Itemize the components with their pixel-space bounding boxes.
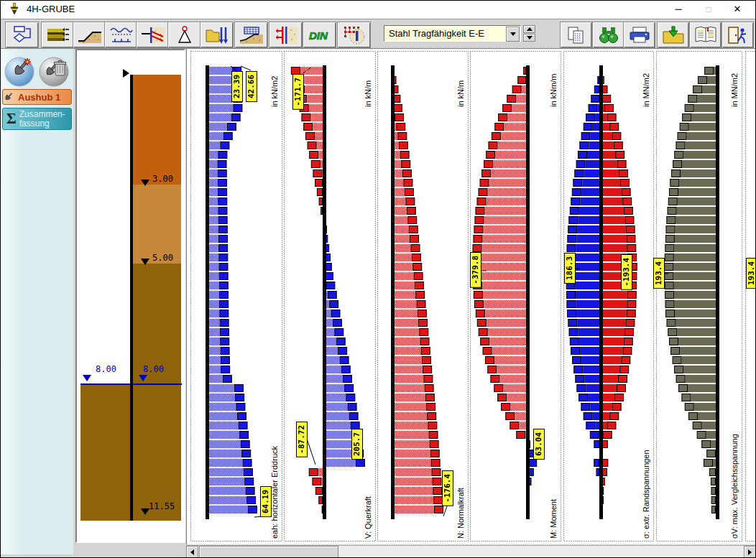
titlebar: 4H-GRUBE ─ □ ✕ — [1, 1, 755, 19]
anchored-wall-button[interactable] — [136, 22, 170, 48]
soil-layer-3 — [133, 264, 181, 521]
plumb-icon — [172, 25, 197, 45]
surcharge-load-button[interactable] — [234, 22, 268, 48]
binoculars-icon — [596, 25, 621, 45]
layer1-depth-marker-icon — [141, 180, 149, 186]
printer-icon — [627, 25, 652, 45]
exit-button[interactable] — [722, 22, 754, 48]
spinner-up-button[interactable] — [523, 25, 535, 33]
layer2-depth-marker-icon — [141, 259, 149, 265]
delete-excavation-button[interactable] — [38, 55, 70, 88]
layer2-depth-label: 5.00 — [152, 253, 173, 263]
dropdown-value: Stahl Tragfähigkeit E-E — [389, 28, 484, 39]
piles-folder-button[interactable] — [200, 22, 234, 48]
wall-bottom-label: 11.55 — [149, 501, 175, 511]
maximize-button[interactable]: □ — [698, 1, 719, 18]
sigma-icon: Σ — [6, 110, 17, 128]
soil-layers-button[interactable] — [41, 22, 75, 48]
workflow-icon — [10, 25, 34, 45]
wall-line — [130, 75, 133, 521]
shovel-icon — [3, 92, 14, 103]
manual-button[interactable] — [689, 22, 722, 48]
sidebar-item-label: Zusammen- fassung — [19, 110, 65, 129]
load-circle-icon — [342, 25, 367, 45]
close-button[interactable]: ✕ — [727, 1, 748, 18]
water-marker-left-icon — [83, 375, 91, 381]
excavation-base-soil — [80, 384, 130, 521]
result-spinner — [523, 25, 535, 42]
wall-bottom-marker-icon — [141, 508, 149, 515]
results-diagram-area — [186, 48, 756, 544]
wall-verification-icon — [274, 25, 298, 45]
water-level-label-left: 8.00 — [96, 364, 116, 374]
app-window: 4H-GRUBE ─ □ ✕ — [0, 0, 756, 558]
svg-text:DIN: DIN — [309, 29, 328, 42]
scroll-right-button[interactable] — [744, 546, 756, 558]
sidebar-item-zusammenfassung[interactable]: Σ Zusammen- fassung — [2, 108, 72, 130]
soil-layers-icon — [46, 25, 70, 45]
wall-top-marker-icon — [123, 69, 129, 78]
soil-profile-panel: 3.00 5.00 8.00 8.00 11.55 — [75, 49, 185, 543]
horizontal-scrollbar[interactable] — [186, 545, 756, 558]
app-icon — [8, 3, 21, 16]
search-button[interactable] — [592, 22, 624, 48]
water-marker-right-icon — [139, 375, 147, 381]
copy-pages-icon — [564, 25, 589, 45]
sidebar: Aushub 1 Σ Zusammen- fassung — [1, 49, 73, 554]
print-button[interactable] — [623, 22, 655, 48]
minimize-button[interactable]: ─ — [668, 1, 689, 18]
toolbar: DIN Stahl Tragfähigkeit E-E — [1, 19, 755, 49]
din-button[interactable]: DIN — [303, 22, 336, 48]
new-excavation-button[interactable] — [4, 55, 36, 88]
soil-layer-2 — [133, 185, 181, 264]
import-button[interactable] — [657, 22, 689, 48]
result-type-dropdown[interactable]: Stahl Tragfähigkeit E-E — [384, 25, 521, 42]
water-level-label-right: 8.00 — [143, 364, 164, 374]
copy-pages-button[interactable] — [560, 22, 592, 48]
layer1-depth-label: 3.00 — [152, 174, 173, 184]
wall-verification-button[interactable] — [269, 22, 303, 48]
scroll-left-icon — [190, 549, 194, 555]
settlement-icon — [109, 25, 134, 45]
scroll-left-button[interactable] — [186, 546, 198, 558]
plumb-button[interactable] — [167, 22, 201, 48]
exit-door-icon — [726, 25, 750, 45]
dropdown-arrow-icon[interactable] — [506, 27, 520, 42]
surcharge-load-icon — [239, 25, 264, 45]
anchored-wall-icon — [141, 25, 165, 45]
soil-layer-1 — [133, 75, 181, 185]
terrain-button[interactable] — [73, 22, 106, 48]
settlement-button[interactable] — [104, 22, 138, 48]
import-folder-icon — [661, 25, 686, 45]
window-title: 4H-GRUBE — [27, 4, 75, 14]
scrollbar-thumb[interactable] — [199, 546, 338, 558]
terrain-icon — [78, 25, 102, 45]
trash-icon — [55, 61, 66, 76]
manual-book-icon — [693, 25, 718, 45]
spinner-down-button[interactable] — [523, 34, 535, 42]
din-icon: DIN — [308, 25, 332, 45]
workflow-button[interactable] — [5, 22, 39, 48]
sidebar-item-aushub-1[interactable]: Aushub 1 — [2, 89, 72, 105]
load-circle-button[interactable] — [337, 22, 371, 48]
scroll-right-icon — [748, 549, 752, 555]
sidebar-item-label: Aushub 1 — [18, 92, 60, 103]
piles-folder-icon — [205, 25, 229, 45]
